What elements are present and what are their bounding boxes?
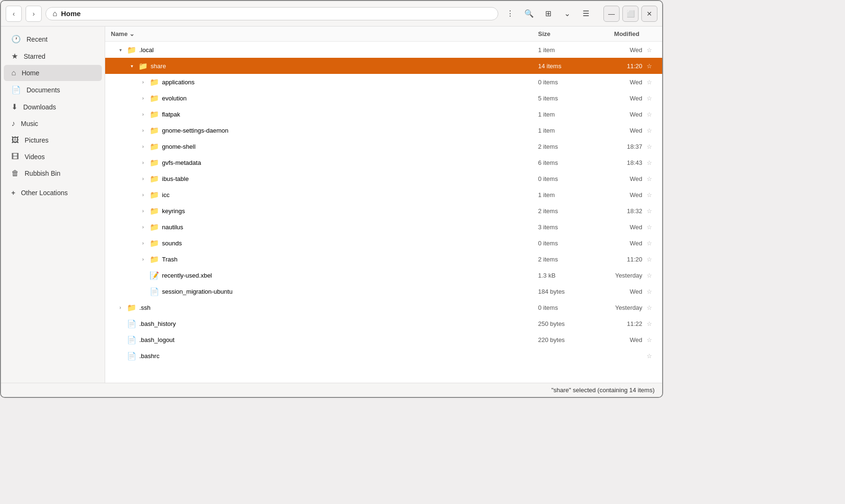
star-button[interactable]: ☆	[642, 46, 656, 54]
expand-icon[interactable]	[117, 336, 124, 343]
back-button[interactable]: ‹	[6, 6, 22, 22]
table-row[interactable]: › 📁 gnome-shell 2 items 18:37 ☆	[105, 138, 662, 154]
sidebar-item-other[interactable]: + Other Locations	[4, 185, 102, 200]
view-chevron-button[interactable]: ⌄	[559, 6, 575, 22]
sidebar-item-videos[interactable]: 🎞 Videos	[4, 149, 102, 165]
star-button[interactable]: ☆	[642, 191, 656, 198]
file-icon: 📁	[150, 207, 159, 216]
expand-icon[interactable]: ›	[139, 78, 147, 86]
menu-button[interactable]: ⋮	[502, 6, 518, 22]
star-button[interactable]: ☆	[642, 256, 656, 263]
file-name: nautilus	[162, 224, 183, 231]
expand-icon[interactable]: ›	[139, 159, 147, 166]
star-button[interactable]: ☆	[642, 79, 656, 86]
header-modified[interactable]: Modified	[595, 30, 656, 37]
star-button[interactable]: ☆	[642, 127, 656, 134]
table-row[interactable]: 📄 .bash_logout 220 bytes Wed ☆	[105, 332, 662, 348]
file-name: session_migration-ubuntu	[162, 288, 233, 295]
close-button[interactable]: ✕	[641, 6, 657, 22]
table-row[interactable]: 📄 session_migration-ubuntu 184 bytes Wed…	[105, 283, 662, 299]
star-button[interactable]: ☆	[642, 159, 656, 166]
table-row[interactable]: ▾ 📁 .local 1 item Wed ☆	[105, 42, 662, 58]
expand-icon[interactable]	[139, 271, 147, 279]
file-size: 184 bytes	[538, 288, 595, 295]
table-row[interactable]: › 📁 icc 1 item Wed ☆	[105, 187, 662, 203]
header-name[interactable]: Name ⌄	[111, 30, 538, 37]
back-icon: ‹	[13, 10, 15, 18]
table-row[interactable]: › 📁 flatpak 1 item Wed ☆	[105, 106, 662, 122]
file-name: .bashrc	[139, 352, 160, 360]
table-row[interactable]: 📝 recently-used.xbel 1.3 kB Yesterday ☆	[105, 267, 662, 283]
star-button[interactable]: ☆	[642, 63, 656, 70]
file-size: 0 items	[538, 240, 595, 247]
file-name-cell: › 📁 nautilus	[111, 223, 538, 232]
file-name-cell: 📄 .bash_logout	[111, 335, 538, 344]
expand-icon[interactable]: ›	[117, 304, 124, 311]
table-row[interactable]: ▾ 📁 share 14 items 11:20 ☆	[105, 58, 662, 74]
expand-icon[interactable]: ›	[139, 255, 147, 263]
minimize-button[interactable]: —	[603, 6, 620, 22]
expand-icon[interactable]: ›	[139, 126, 147, 134]
maximize-button[interactable]: ⬜	[622, 6, 638, 22]
expand-icon[interactable]: ▾	[128, 62, 135, 70]
table-row[interactable]: › 📁 gnome-settings-daemon 1 item Wed ☆	[105, 122, 662, 138]
expand-icon[interactable]: ›	[139, 191, 147, 198]
star-button[interactable]: ☆	[642, 111, 656, 118]
sidebar-item-music[interactable]: ♪ Music	[4, 116, 102, 132]
table-row[interactable]: › 📁 .ssh 0 items Yesterday ☆	[105, 299, 662, 315]
table-row[interactable]: › 📁 evolution 5 items Wed ☆	[105, 90, 662, 106]
table-row[interactable]: 📄 .bashrc ☆	[105, 348, 662, 364]
star-button[interactable]: ☆	[642, 336, 656, 343]
table-row[interactable]: › 📁 nautilus 3 items Wed ☆	[105, 219, 662, 235]
star-button[interactable]: ☆	[642, 175, 656, 182]
sidebar-item-downloads[interactable]: ⬇ Downloads	[4, 99, 102, 115]
expand-icon[interactable]: ›	[139, 207, 147, 215]
expand-icon[interactable]: ›	[139, 223, 147, 231]
table-row[interactable]: › 📁 applications 0 items Wed ☆	[105, 74, 662, 90]
expand-icon[interactable]: ▾	[117, 46, 124, 54]
star-button[interactable]: ☆	[642, 320, 656, 327]
star-button[interactable]: ☆	[642, 224, 656, 231]
expand-icon[interactable]: ›	[139, 110, 147, 118]
expand-icon[interactable]	[117, 320, 124, 327]
sidebar-item-home[interactable]: ⌂ Home	[4, 65, 102, 81]
file-modified: Yesterday	[595, 304, 642, 311]
sidebar-item-rubbish[interactable]: 🗑 Rubbish Bin	[4, 165, 102, 181]
star-button[interactable]: ☆	[642, 207, 656, 215]
file-icon: 📁	[150, 158, 159, 167]
sidebar-item-pictures[interactable]: 🖼 Pictures	[4, 132, 102, 148]
expand-icon[interactable]: ›	[139, 175, 147, 182]
view-grid-button[interactable]: ⊞	[540, 6, 556, 22]
expand-icon[interactable]	[117, 352, 124, 360]
star-button[interactable]: ☆	[642, 352, 656, 360]
table-row[interactable]: › 📁 Trash 2 items 11:20 ☆	[105, 251, 662, 267]
file-name-cell: › 📁 evolution	[111, 94, 538, 103]
file-name-cell: › 📁 Trash	[111, 255, 538, 264]
view-list-button[interactable]: ☰	[578, 6, 594, 22]
star-button[interactable]: ☆	[642, 288, 656, 295]
forward-button[interactable]: ›	[26, 6, 42, 22]
location-bar[interactable]: ⌂ Home	[45, 7, 498, 20]
star-button[interactable]: ☆	[642, 304, 656, 311]
file-icon: 📁	[150, 94, 159, 103]
expand-icon[interactable]: ›	[139, 143, 147, 150]
search-button[interactable]: 🔍	[521, 6, 537, 22]
table-row[interactable]: › 📁 keyrings 2 items 18:32 ☆	[105, 203, 662, 219]
table-row[interactable]: › 📁 gvfs-metadata 6 items 18:43 ☆	[105, 154, 662, 171]
star-button[interactable]: ☆	[642, 272, 656, 279]
star-button[interactable]: ☆	[642, 240, 656, 247]
table-row[interactable]: › 📁 ibus-table 0 items Wed ☆	[105, 171, 662, 187]
expand-icon[interactable]	[139, 288, 147, 295]
star-button[interactable]: ☆	[642, 95, 656, 102]
star-button[interactable]: ☆	[642, 143, 656, 150]
table-row[interactable]: 📄 .bash_history 250 bytes 11:22 ☆	[105, 315, 662, 332]
file-name-cell: ▾ 📁 share	[111, 62, 538, 71]
expand-icon[interactable]: ›	[139, 239, 147, 247]
videos-icon: 🎞	[11, 153, 19, 161]
sidebar-item-recent[interactable]: 🕐 Recent	[4, 31, 102, 47]
header-size[interactable]: Size	[538, 30, 595, 37]
sidebar-item-starred[interactable]: ★ Starred	[4, 48, 102, 64]
expand-icon[interactable]: ›	[139, 94, 147, 102]
table-row[interactable]: › 📁 sounds 0 items Wed ☆	[105, 235, 662, 251]
sidebar-item-documents[interactable]: 📄 Documents	[4, 81, 102, 98]
